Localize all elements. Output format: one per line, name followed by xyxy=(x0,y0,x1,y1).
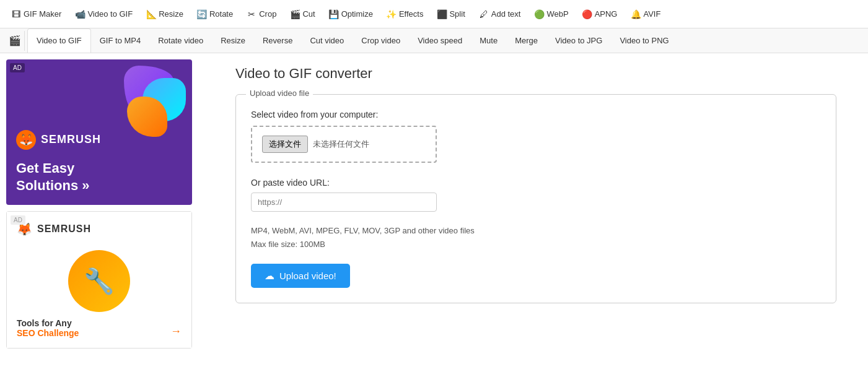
upload-card: Upload video file Select video from your… xyxy=(235,94,836,303)
toolbar-icon-webp: 🟢 xyxy=(534,9,544,19)
format-line2: Max file size: 100MB xyxy=(251,240,325,249)
subnav-tab-video-to-jpg[interactable]: Video to JPG xyxy=(546,28,611,53)
subnav-tab-mute[interactable]: Mute xyxy=(471,28,506,53)
content-area: Video to GIF converter Upload video file… xyxy=(217,53,868,355)
toolbar-label-webp: WebP xyxy=(546,9,568,19)
toolbar-item-split[interactable]: ⬛Split xyxy=(431,6,471,23)
ad-block-2: AD 🦊 SEMRUSH 🔧 Tools for Any SEO Challen… xyxy=(6,211,192,349)
toolbar-icon-effects: ✨ xyxy=(387,9,397,19)
toolbar-label-rotate: Rotate xyxy=(209,9,233,19)
ad-semrush-purple[interactable]: AD 🦊 SEMRUSH Get EasySolutions » xyxy=(6,59,192,205)
subnav-tab-resize[interactable]: Resize xyxy=(212,28,254,53)
toolbar-item-avif[interactable]: 🔔AVIF xyxy=(625,6,667,23)
ad-tag-2: AD xyxy=(11,215,25,225)
toolbar-item-rotate[interactable]: 🔄Rotate xyxy=(191,6,239,23)
page-title: Video to GIF converter xyxy=(235,66,849,82)
subnav-bar: 🎬 Video to GIFGIF to MP4Rotate videoResi… xyxy=(0,28,868,53)
subnav-tab-cut-video[interactable]: Cut video xyxy=(301,28,353,53)
toolbar-icon-split: ⬛ xyxy=(437,9,447,19)
toolbar-icon-rotate: 🔄 xyxy=(197,9,207,19)
toolbar-item-crop[interactable]: ✂Crop xyxy=(240,6,283,23)
toolbar-icon-video-to-gif: 📹 xyxy=(75,9,85,19)
toolbar-icon-crop: ✂ xyxy=(247,9,256,19)
file-input-wrapper: 选择文件 未选择任何文件 xyxy=(251,126,437,163)
toolbar-label-add-text: Add text xyxy=(491,9,521,19)
ad-headline-1: Get EasySolutions » xyxy=(16,160,182,195)
subnav-tab-video-speed[interactable]: Video speed xyxy=(409,28,471,53)
toolbar-item-video-to-gif[interactable]: 📹Video to GIF xyxy=(69,6,139,23)
toolbar-icon-gif-maker: 🎞 xyxy=(11,9,21,19)
url-input[interactable] xyxy=(251,193,437,212)
format-line1: MP4, WebM, AVI, MPEG, FLV, MOV, 3GP and … xyxy=(251,226,475,235)
toolbar-label-video-to-gif: Video to GIF xyxy=(87,9,133,19)
subnav-tab-reverse[interactable]: Reverse xyxy=(254,28,301,53)
toolbar-icon-avif: 🔔 xyxy=(631,9,641,19)
main-toolbar: 🎞GIF Maker📹Video to GIF📐Resize🔄Rotate✂Cr… xyxy=(0,0,868,28)
main-content: AD 🦊 SEMRUSH Get EasySolutions » AD 🦊 xyxy=(0,53,868,355)
ad-tag-1: AD xyxy=(10,63,25,72)
choose-file-button[interactable]: 选择文件 xyxy=(262,136,308,153)
upload-icon: ☁ xyxy=(265,270,274,282)
toolbar-item-webp[interactable]: 🟢WebP xyxy=(528,6,574,23)
toolbar-label-cut: Cut xyxy=(302,9,315,19)
subnav-tab-merge[interactable]: Merge xyxy=(506,28,546,53)
select-video-label: Select video from your computer: xyxy=(251,110,821,119)
subnav-film-icon: 🎬 xyxy=(5,31,25,51)
toolbar-label-resize: Resize xyxy=(159,9,183,19)
ad-semrush-white[interactable]: AD 🦊 SEMRUSH 🔧 Tools for Any SEO Challen… xyxy=(6,211,192,349)
semrush-logo-icon-1: 🦊 xyxy=(16,130,36,150)
toolbar-label-gif-maker: GIF Maker xyxy=(24,9,61,19)
toolbar-icon-cut: 🎬 xyxy=(290,9,300,19)
ad-cartoon: 🔧 xyxy=(17,244,182,318)
ad-arrow-icon: → xyxy=(170,325,182,338)
subnav-tab-video-to-png[interactable]: Video to PNG xyxy=(611,28,677,53)
no-file-text: 未选择任何文件 xyxy=(313,139,369,150)
toolbar-item-apng[interactable]: 🔴APNG xyxy=(576,6,624,23)
upload-btn-label: Upload video! xyxy=(279,271,336,281)
card-label: Upload video file xyxy=(246,89,313,98)
format-info: MP4, WebM, AVI, MPEG, FLV, MOV, 3GP and … xyxy=(251,224,821,251)
toolbar-icon-optimize: 💾 xyxy=(329,9,339,19)
cartoon-illustration: 🔧 xyxy=(68,250,130,312)
subnav-tab-gif-to-mp4[interactable]: GIF to MP4 xyxy=(91,28,149,53)
toolbar-label-effects: Effects xyxy=(399,9,424,19)
ad-decorative-shapes xyxy=(87,66,186,140)
ad-footer-line2: SEO Challenge xyxy=(17,328,79,338)
toolbar-label-apng: APNG xyxy=(595,9,618,19)
toolbar-item-effects[interactable]: ✨Effects xyxy=(380,6,430,23)
toolbar-label-optimize: Optimize xyxy=(341,9,373,19)
toolbar-label-split: Split xyxy=(449,9,465,19)
upload-button[interactable]: ☁ Upload video! xyxy=(251,264,350,288)
toolbar-label-crop: Crop xyxy=(259,9,276,19)
toolbar-item-add-text[interactable]: 🖊Add text xyxy=(473,6,527,23)
toolbar-item-optimize[interactable]: 💾Optimize xyxy=(323,6,379,23)
subnav-tab-rotate-video[interactable]: Rotate video xyxy=(149,28,212,53)
ad-footer-2: Tools for Any SEO Challenge xyxy=(17,318,182,338)
ad-block-1: AD 🦊 SEMRUSH Get EasySolutions » xyxy=(6,59,192,205)
sidebar: AD 🦊 SEMRUSH Get EasySolutions » AD 🦊 xyxy=(0,53,217,355)
toolbar-item-resize[interactable]: 📐Resize xyxy=(140,6,190,23)
subnav-tab-crop-video[interactable]: Crop video xyxy=(353,28,409,53)
toolbar-icon-resize: 📐 xyxy=(146,9,156,19)
toolbar-item-gif-maker[interactable]: 🎞GIF Maker xyxy=(5,6,68,23)
or-paste-label: Or paste video URL: xyxy=(251,178,821,188)
toolbar-icon-add-text: 🖊 xyxy=(479,9,489,19)
ad-footer-line1: Tools for Any xyxy=(17,318,72,328)
toolbar-label-avif: AVIF xyxy=(643,9,660,19)
toolbar-item-cut[interactable]: 🎬Cut xyxy=(284,6,321,23)
toolbar-icon-apng: 🔴 xyxy=(582,9,592,19)
semrush-logo-text-2: SEMRUSH xyxy=(37,223,91,235)
subnav-tab-video-to-gif[interactable]: Video to GIF xyxy=(27,28,91,53)
semrush-logo-2: 🦊 SEMRUSH xyxy=(17,222,182,236)
